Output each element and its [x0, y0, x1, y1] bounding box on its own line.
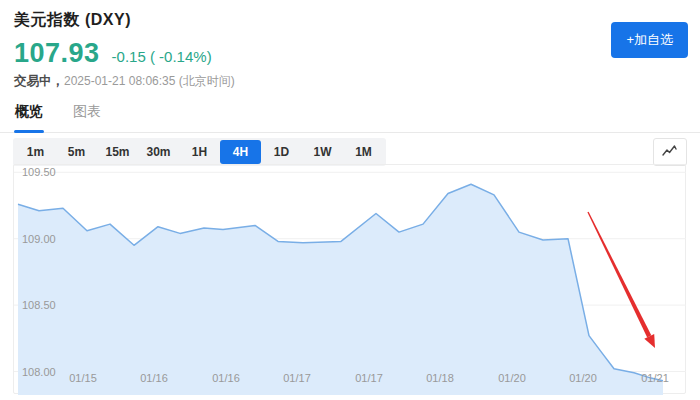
trading-status: 交易中， — [14, 74, 64, 88]
timeframe-15m[interactable]: 15m — [97, 140, 138, 164]
quote-page: 美元指数 (DXY) 107.93 -0.15 ( -0.14%) 交易中，20… — [0, 0, 700, 400]
x-axis-label: 01/18 — [426, 372, 454, 384]
tab-chart[interactable]: 图表 — [73, 103, 101, 132]
quote-timestamp: 2025-01-21 08:06:35 (北京时间) — [64, 74, 235, 88]
x-axis-label: 01/15 — [69, 372, 97, 384]
price-row: 107.93 -0.15 ( -0.14%) — [14, 38, 686, 69]
add-watchlist-button[interactable]: +加自选 — [611, 22, 688, 58]
timeframe-bar: 1m 5m 15m 30m 1H 4H 1D 1W 1M — [13, 138, 386, 166]
x-axis-label: 01/17 — [283, 372, 311, 384]
timeframe-1w[interactable]: 1W — [302, 140, 343, 164]
y-axis-label: 109.00 — [22, 233, 56, 245]
timeframe-30m[interactable]: 30m — [138, 140, 179, 164]
timeframe-1d[interactable]: 1D — [261, 140, 302, 164]
price-change: -0.15 ( -0.14%) — [112, 48, 212, 65]
timeframe-1h[interactable]: 1H — [179, 140, 220, 164]
timeframe-1m-month[interactable]: 1M — [343, 140, 384, 164]
x-axis-label: 01/20 — [498, 372, 526, 384]
chart-type-button[interactable] — [653, 138, 687, 166]
page-title: 美元指数 (DXY) — [14, 10, 686, 31]
chart-toolbar: 1m 5m 15m 30m 1H 4H 1D 1W 1M — [13, 138, 687, 166]
y-axis-label: 108.00 — [22, 366, 56, 378]
y-axis-label: 109.50 — [22, 166, 56, 178]
quote-header: 美元指数 (DXY) 107.93 -0.15 ( -0.14%) 交易中，20… — [0, 0, 700, 90]
timeframe-1m[interactable]: 1m — [15, 140, 56, 164]
tab-overview[interactable]: 概览 — [15, 103, 43, 132]
y-axis-label: 108.50 — [22, 299, 56, 311]
x-axis-label: 01/20 — [569, 372, 597, 384]
price-area-fill — [18, 184, 663, 395]
x-axis-label: 01/16 — [140, 372, 168, 384]
x-axis-label: 01/17 — [355, 372, 383, 384]
x-axis-label: 01/16 — [212, 372, 240, 384]
x-axis-label: 01/21 — [641, 372, 669, 384]
timeframe-4h[interactable]: 4H — [220, 140, 261, 164]
price-chart[interactable]: 109.50109.00108.50108.0001/1501/1601/160… — [13, 164, 686, 394]
last-price: 107.93 — [14, 38, 100, 69]
down-arrow-annotation — [587, 212, 651, 338]
timeframe-5m[interactable]: 5m — [56, 140, 97, 164]
trend-line-icon — [661, 144, 679, 161]
status-row: 交易中，2025-01-21 08:06:35 (北京时间) — [14, 73, 686, 90]
tab-bar: 概览 图表 — [0, 103, 700, 133]
